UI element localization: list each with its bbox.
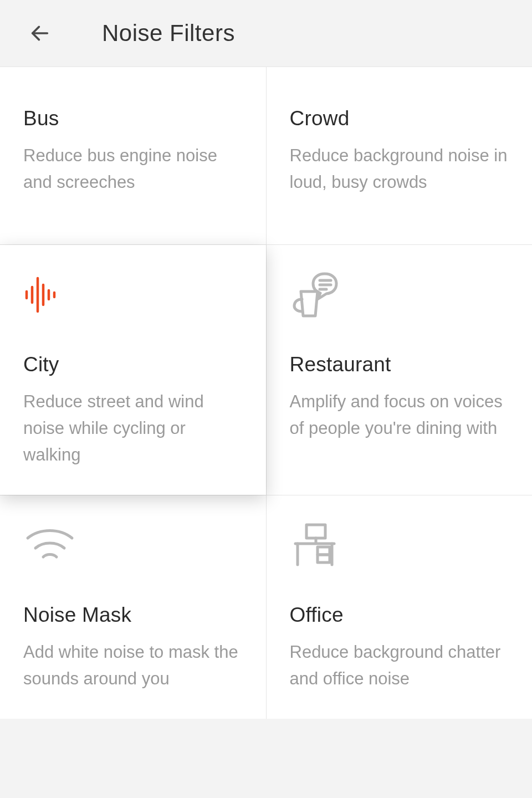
filter-card-restaurant[interactable]: Restaurant Amplify and focus on voices o… <box>267 245 533 495</box>
header: Noise Filters <box>0 0 532 66</box>
filter-title: City <box>23 353 243 376</box>
filter-title: Restaurant <box>290 353 509 376</box>
back-button[interactable] <box>28 21 52 45</box>
back-arrow-icon <box>29 22 51 44</box>
filter-title: Office <box>290 603 509 627</box>
filter-card-office[interactable]: Office Reduce background chatter and off… <box>267 495 533 719</box>
wifi-waves-icon <box>23 518 243 573</box>
filter-description: Amplify and focus on voices of people yo… <box>290 388 509 442</box>
svg-rect-16 <box>318 555 330 562</box>
filter-card-city[interactable]: City Reduce street and wind noise while … <box>0 245 266 495</box>
filter-title: Noise Mask <box>23 603 243 627</box>
filter-description: Reduce street and wind noise while cycli… <box>23 388 243 468</box>
filter-title: Bus <box>23 107 243 130</box>
filter-description: Reduce background noise in loud, busy cr… <box>290 142 509 196</box>
page-title: Noise Filters <box>102 20 235 47</box>
filter-description: Add white noise to mask the sounds aroun… <box>23 639 243 692</box>
filter-card-crowd[interactable]: Crowd Reduce background noise in loud, b… <box>267 67 533 244</box>
filter-description: Reduce bus engine noise and screeches <box>23 142 243 196</box>
filter-grid: Bus Reduce bus engine noise and screeche… <box>0 66 532 719</box>
audio-wave-icon <box>23 267 243 323</box>
filter-card-noise-mask[interactable]: Noise Mask Add white noise to mask the s… <box>0 495 266 719</box>
cup-chat-icon <box>290 267 509 323</box>
desk-icon <box>290 518 509 573</box>
filter-title: Crowd <box>290 107 509 130</box>
filter-description: Reduce background chatter and office noi… <box>290 639 509 692</box>
filter-card-bus[interactable]: Bus Reduce bus engine noise and screeche… <box>0 67 266 244</box>
svg-rect-10 <box>306 525 325 538</box>
